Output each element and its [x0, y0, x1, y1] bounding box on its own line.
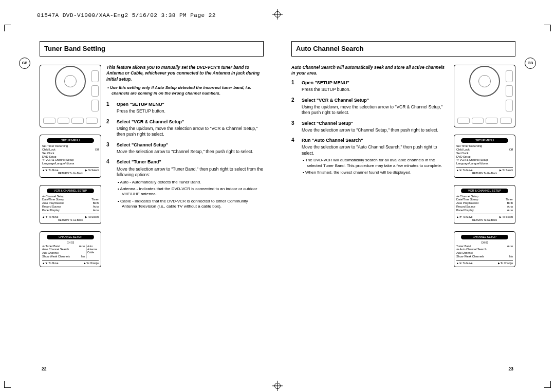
- step-1: 1 Open "SETUP MENU" Press the SETUP butt…: [106, 101, 264, 115]
- language-tab: GB: [19, 58, 30, 69]
- osd-channel-setup: CHANNEL SETUP CH 03 Tuner BandAuto ➔ Aut…: [454, 231, 515, 267]
- osd-setup-menu: SETUP MENU Set Timer Recording Child Loc…: [40, 135, 101, 178]
- osd-setup-menu: SETUP MENU Set Timer Recording Child Loc…: [454, 135, 515, 178]
- crop-mark: [4, 381, 11, 388]
- body-text: This feature allows you to manually set …: [106, 65, 264, 267]
- step-4: 4 Run "Auto Channel Search" Move the sel…: [291, 137, 449, 175]
- osd-channel-setup: CHANNEL SETUP CH 03 ➔ Tuner BandAuto Aut…: [40, 231, 101, 267]
- step-3: 3 Select "Channel Setup" Move the select…: [106, 142, 264, 155]
- registration-mark: [272, 9, 283, 20]
- crop-mark: [4, 25, 11, 31]
- section-title: Tuner Band Setting: [40, 41, 264, 57]
- remote-illustration: [40, 65, 101, 127]
- intro-text: Auto Channel Search will automatically s…: [291, 65, 449, 77]
- page-right: GB Auto Channel Search Auto Channel Sear…: [285, 36, 522, 371]
- step-1: 1 Open "SETUP MENU" Press the SETUP butt…: [291, 80, 449, 93]
- page-left: GB Tuner Band Setting SETUP MENU Set Tim…: [33, 36, 270, 371]
- step-2: 2 Select "VCR & Channel Setup" Using the…: [291, 97, 449, 116]
- page-spread: 01547A DVD-V1000/XAA-Eng2 5/16/02 3:38 P…: [0, 0, 555, 392]
- intro-text: This feature allows you to manually set …: [106, 65, 264, 82]
- page-number: 23: [509, 366, 513, 371]
- print-header: 01547A DVD-V1000/XAA-Eng2 5/16/02 3:38 P…: [37, 12, 216, 18]
- registration-mark: [272, 381, 283, 391]
- figure-column: SETUP MENU Set Timer Recording Child Loc…: [40, 65, 101, 267]
- osd-vcr-channel-setup: VCR & CHANNEL SETUP ➔ Channel Setup Date…: [40, 185, 101, 225]
- remote-illustration: [454, 65, 515, 127]
- step-3: 3 Select "Channel Setup" Move the select…: [291, 120, 449, 134]
- intro-note: • Use this setting only if Auto Setup de…: [106, 85, 264, 96]
- page-number: 22: [42, 366, 46, 371]
- crop-mark: [544, 25, 551, 31]
- section-title: Auto Channel Search: [291, 41, 515, 57]
- crop-mark: [544, 381, 551, 388]
- osd-vcr-channel-setup: VCR & CHANNEL SETUP ➔ Channel Setup Date…: [454, 185, 515, 225]
- body-text: Auto Channel Search will automatically s…: [291, 65, 449, 267]
- step-2: 2 Select "VCR & Channel Setup" Using the…: [106, 119, 264, 138]
- language-tab: GB: [525, 58, 536, 69]
- step-4: 4 Select "Tuner Band" Move the selection…: [106, 159, 264, 209]
- figure-column: SETUP MENU Set Timer Recording Child Loc…: [454, 65, 515, 267]
